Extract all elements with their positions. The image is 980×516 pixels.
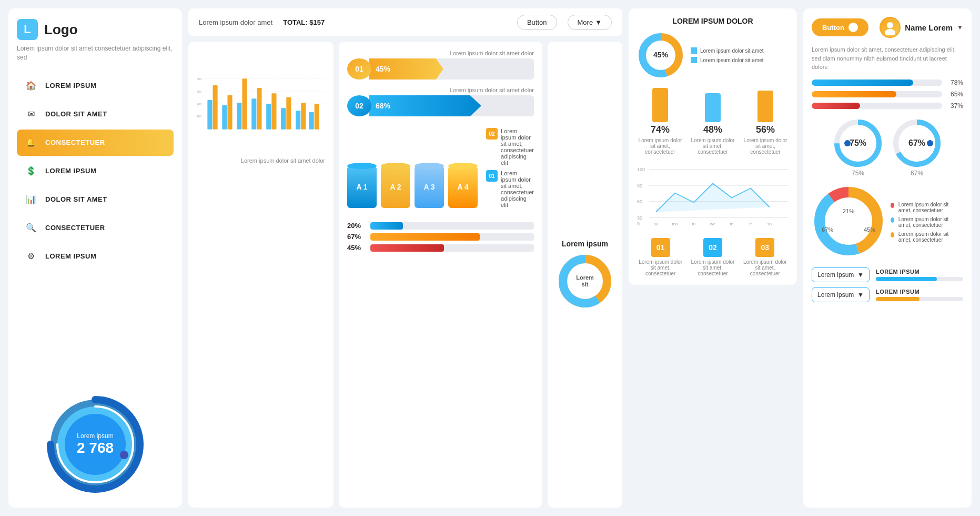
right-section: LOREM IPSUM DOLOR 45% Lorem ipsum dolor … [629, 8, 797, 508]
svg-text:70: 70 [282, 125, 285, 128]
svg-rect-49 [705, 93, 721, 122]
dropdown-1[interactable]: Lorem ipsum ▼ [812, 267, 870, 282]
big-donut-row: 21% 67% 45% Lorem ipsum dolor sit amet, … [812, 184, 963, 260]
gauge-pct-2: 67% [911, 170, 923, 177]
svg-text:67%: 67% [822, 226, 833, 233]
sidebar-item-consectetuer[interactable]: 🔔 CONSECTETUER [17, 130, 174, 156]
donut-legend-dot-1 [891, 203, 894, 208]
svg-text:21%: 21% [843, 208, 854, 214]
sidebar-item-label: LOREM IPSUM [45, 82, 96, 90]
dollar-icon: 💲 [25, 165, 37, 177]
svg-point-81 [825, 198, 872, 244]
sidebar-item-label: DOLOR SIT AMET [45, 195, 107, 203]
legend-row-2: Lorem ipsum dolor sit amet [691, 57, 764, 63]
svg-text:su: su [654, 222, 659, 226]
sidebar-item-dolor-sit-amet-1[interactable]: ✉ DOLOR SIT AMET [17, 101, 174, 127]
sidebar-item-consectetuer-2[interactable]: 🔍 CONSECTETUER [17, 215, 174, 241]
svg-text:tu: tu [692, 222, 696, 226]
sidebar-item-lorem-ipsum-3[interactable]: ⚙ LOREM IPSUM [17, 243, 174, 270]
progress-bar-bg-1: 45% [369, 58, 534, 80]
header-button[interactable]: Button [517, 15, 557, 30]
dropdown-row-1: Lorem ipsum ▼ LOREM IPSUM [812, 267, 963, 282]
sidebar-item-lorem-ipsum-1[interactable]: 🏠 LOREM IPSUM [17, 73, 174, 99]
sidebar-item-label: DOLOR SIT AMET [45, 110, 107, 118]
bar-chart-panel: 400 300 200 100 [188, 42, 334, 508]
bell-icon: 🔔 [25, 137, 37, 148]
big-donut-svg: 21% 67% 45% [812, 184, 885, 258]
svg-point-68 [885, 29, 895, 35]
gear-icon: ⚙ [25, 251, 37, 262]
far-right-prog-row-2: 65% [812, 91, 963, 98]
header-total: TOTAL: $157 [283, 18, 325, 26]
far-right-prog-fill-3 [812, 103, 860, 109]
svg-text:200: 200 [197, 103, 201, 106]
svg-point-5 [120, 451, 128, 459]
svg-text:45%: 45% [653, 51, 669, 59]
bar-stat-desc-2: Lorem ipsum dolor sit amet, consectetuer [690, 137, 736, 155]
bar-stat-svg-2 [702, 85, 723, 122]
sidebar-item-lorem-ipsum-2[interactable]: 💲 LOREM IPSUM [17, 158, 174, 184]
far-right-panel: Button Name Lorem ▼ Lorem ipsum dolor si… [803, 8, 972, 508]
legend-text-2: Lorem ipsum dolor sit amet [700, 57, 764, 63]
mail-icon: ✉ [25, 108, 37, 120]
dropdown-2[interactable]: Lorem ipsum ▼ [812, 287, 870, 302]
far-right-prog-bg-1 [812, 80, 942, 86]
progress-item-2: Lorem ipsum dolor sit amet dolor 02 68% [347, 87, 534, 116]
lp-bar-fill-1 [876, 277, 937, 281]
line-chart-svg: 120 90 60 30 0 su mo tu we th fr [637, 161, 789, 230]
sidebar-item-dolor-sit-amet-2[interactable]: 📊 DOLOR SIT AMET [17, 186, 174, 213]
svg-text:sit: sit [582, 281, 589, 287]
badge-text-3: Lorem ipsum dolor sit amet, consectetuer [742, 259, 789, 276]
mini-donut-svg: Lorem sit [556, 252, 614, 310]
progress-bar-bg-2: 68% [369, 95, 534, 116]
stat-fill-2 [370, 233, 480, 241]
donut-legend-text-1: Lorem ipsum dolor sit amet, consectetuer [898, 202, 963, 213]
stat-pct-1: 20% [347, 222, 366, 230]
svg-rect-27 [301, 103, 306, 130]
logo-icon: L [17, 19, 38, 40]
badge-icon-2: 02 [703, 238, 722, 257]
progress-circle-1: 01 [347, 58, 371, 80]
cylinder-a3: A 3 [415, 163, 444, 208]
progress-bar-fill-2: 68% [369, 95, 481, 116]
svg-point-67 [887, 22, 893, 28]
stat-row-1: 20% [347, 222, 534, 230]
far-right-prog-row-3: 37% [812, 102, 963, 110]
far-right-prog-bg-2 [812, 91, 942, 97]
progress-section: Lorem ipsum dolor sit amet dolor 01 45% … [339, 42, 542, 508]
svg-rect-15 [213, 85, 218, 130]
far-right-desc: Lorem ipsum dolor sit amet, consectetuer… [812, 45, 963, 72]
svg-text:th: th [730, 222, 734, 226]
bar-stat-svg-1 [650, 85, 671, 122]
user-avatar [880, 17, 901, 38]
cyl-body-a2: A 2 [381, 166, 410, 208]
chart-icon: 📊 [25, 194, 37, 205]
cyl-top-a2 [381, 163, 410, 169]
lp-bar-bg-1 [876, 277, 963, 281]
svg-text:20: 20 [208, 125, 211, 128]
legend-color-1 [691, 47, 697, 54]
cyl-top-a3 [415, 163, 444, 169]
bar-stat-pct-2: 48% [703, 124, 722, 135]
cyl-body-a4: A 4 [448, 166, 478, 208]
badge-text-2: Lorem ipsum dolor sit amet, consectetuer [689, 259, 736, 276]
legend-item-01: 01 Lorem ipsum dolor sit amet, consectet… [486, 170, 534, 208]
donut-legend-text-3: Lorem ipsum dolor sit amet, consectetuer [898, 231, 963, 243]
legend-item-02: 02 Lorem ipsum dolor sit amet, consectet… [486, 128, 534, 166]
middle-panel: Lorem ipsum dolor amet TOTAL: $157 Butto… [188, 8, 622, 508]
user-chevron-icon[interactable]: ▼ [957, 24, 963, 31]
header-more-button[interactable]: More ▼ [568, 15, 612, 30]
stat-fill-1 [370, 222, 403, 230]
legend-badge-01: 01 [486, 170, 498, 182]
bar-chart-area: 400 300 200 100 [197, 50, 325, 155]
cylinders-row: A 1 A 2 A 3 A 4 [347, 128, 534, 208]
cyl-body-a3: A 3 [415, 166, 444, 208]
svg-text:30: 30 [223, 125, 226, 128]
user-area: Name Lorem ▼ [880, 17, 963, 38]
mini-donut-section: Lorem ipsum Lorem sit [548, 42, 622, 508]
svg-rect-23 [271, 93, 276, 130]
user-name: Name Lorem [905, 23, 953, 32]
toggle-button[interactable]: Button [812, 18, 868, 36]
stat-bg-1 [370, 222, 534, 230]
svg-rect-21 [257, 88, 261, 130]
